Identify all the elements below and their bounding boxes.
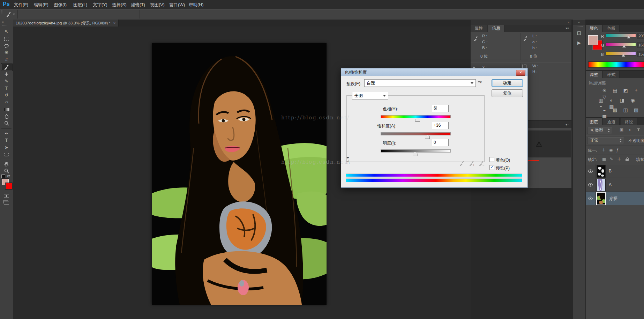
tab-color[interactable]: 颜色 xyxy=(586,25,602,32)
tool-clone-stamp[interactable]: ⊤ xyxy=(1,85,12,92)
menu-view[interactable]: 视图(V) xyxy=(150,2,165,8)
layer-name[interactable]: B xyxy=(609,169,612,173)
unify-position-icon[interactable]: ✛ xyxy=(602,148,606,153)
tool-type[interactable]: T xyxy=(1,138,12,144)
tool-path-selection[interactable]: ➤ xyxy=(1,144,12,151)
clone-source-panel-icon[interactable]: ⊡ xyxy=(575,29,583,37)
menu-layer[interactable]: 图层(L) xyxy=(73,2,87,8)
color-balance-icon[interactable]: ◐ xyxy=(607,97,615,104)
saturation-input[interactable]: +36 xyxy=(432,122,449,129)
hue-slider-track[interactable] xyxy=(381,115,451,118)
g-slider-thumb[interactable] xyxy=(622,45,626,47)
preview-checkbox[interactable]: ✓ xyxy=(489,165,494,170)
tool-pen[interactable]: ✒ xyxy=(1,131,12,137)
tab-swatches[interactable]: 色板 xyxy=(603,25,620,32)
layer-name[interactable]: 背景 xyxy=(609,196,617,202)
g-slider-track[interactable] xyxy=(606,43,636,46)
layer-row-background[interactable]: 背景 xyxy=(586,192,644,205)
lock-position-icon[interactable]: ✛ xyxy=(617,157,621,162)
filter-pixel-layers-icon[interactable]: ▣ xyxy=(620,127,623,132)
lightness-input[interactable]: 0 xyxy=(432,139,449,146)
eyedropper-sample-icon[interactable] xyxy=(459,160,465,166)
tool-eraser[interactable]: ▱ xyxy=(1,99,12,106)
tab-adjustments[interactable]: 调整 xyxy=(586,71,602,78)
menu-image[interactable]: 图像(I) xyxy=(54,2,67,8)
tool-eyedropper[interactable] xyxy=(1,63,13,71)
eyedropper-icon[interactable] xyxy=(523,36,529,42)
eye-cell[interactable] xyxy=(586,192,596,205)
tool-move[interactable]: ↖ xyxy=(1,29,12,35)
colorize-checkbox[interactable] xyxy=(489,157,494,162)
brightness-contrast-icon[interactable]: ☀ xyxy=(600,87,608,94)
black-white-icon[interactable]: ◨ xyxy=(618,97,626,104)
tab-info[interactable]: 信息 xyxy=(488,25,504,32)
screen-mode-button[interactable] xyxy=(1,200,12,206)
eyedropper-subtract-icon[interactable]: − xyxy=(479,160,486,166)
channel-dropdown[interactable]: 全图 xyxy=(352,92,388,99)
r-slider-thumb[interactable] xyxy=(627,36,630,38)
tool-lasso[interactable] xyxy=(1,43,12,49)
b-slider-track[interactable] xyxy=(606,52,636,55)
layer-thumbnail-selected[interactable] xyxy=(597,192,606,205)
lock-all-icon[interactable] xyxy=(626,157,629,161)
tool-preset-chevron-icon[interactable] xyxy=(13,14,15,15)
unify-visibility-icon[interactable]: ◉ xyxy=(609,148,613,153)
hue-saturation-icon[interactable]: ▥ xyxy=(597,97,605,104)
tool-crop[interactable]: # xyxy=(1,57,12,63)
actions-panel-icon[interactable]: ▶ xyxy=(575,39,583,47)
background-color-swatch[interactable] xyxy=(6,183,12,189)
document-image[interactable] xyxy=(152,43,327,305)
tool-history-brush[interactable]: ↺ xyxy=(1,92,12,99)
exposure-icon[interactable]: ± xyxy=(632,87,640,94)
dialog-close-button[interactable]: ✕ xyxy=(516,70,525,76)
dock-collapse-icon[interactable]: » xyxy=(568,20,569,24)
toolbar-collapse-icon[interactable]: » xyxy=(2,20,4,24)
document-tab[interactable]: 102037oefiiofpzikjl4h4.jpg @ 33.3% (背景, … xyxy=(13,20,119,27)
tool-options-eyedropper-icon[interactable] xyxy=(6,11,12,18)
menu-file[interactable]: 文件(F) xyxy=(14,2,28,8)
tool-dodge[interactable] xyxy=(1,120,12,127)
lock-transparency-icon[interactable]: ▦ xyxy=(602,157,606,162)
default-colors-icon[interactable] xyxy=(1,175,5,178)
layer-thumbnail[interactable] xyxy=(597,179,606,191)
tool-magic-wand[interactable]: ✳ xyxy=(1,50,12,56)
color-spectrum-ramp[interactable] xyxy=(588,61,644,68)
panel-menu-icon[interactable]: ▼≡ xyxy=(565,27,569,30)
menu-edit[interactable]: 编辑(E) xyxy=(34,2,48,8)
tool-shape[interactable] xyxy=(1,151,12,158)
menu-select[interactable]: 选择(S) xyxy=(112,2,127,8)
menu-type[interactable]: 文字(Y) xyxy=(93,2,107,8)
hue-input[interactable]: 6 xyxy=(432,105,449,112)
preset-options-icon[interactable]: ≡▾ xyxy=(478,80,481,84)
tool-gradient[interactable] xyxy=(1,106,12,113)
tab-styles[interactable]: 样式 xyxy=(603,71,620,78)
eyedropper-add-icon[interactable]: + xyxy=(469,160,476,166)
gradient-map-icon[interactable]: ▧ xyxy=(632,107,640,113)
menu-filter[interactable]: 滤镜(T) xyxy=(131,2,145,8)
eyedropper-icon[interactable] xyxy=(473,36,479,42)
quick-mask-button[interactable] xyxy=(1,193,12,199)
blend-mode-dropdown[interactable]: 正常 xyxy=(587,137,624,144)
posterize-icon[interactable]: ▨ xyxy=(611,107,619,113)
tab-paths[interactable]: 路径 xyxy=(621,118,637,125)
tool-zoom[interactable] xyxy=(1,168,12,174)
tab-channels[interactable]: 通道 xyxy=(603,118,620,125)
filter-type-layers-icon[interactable]: T xyxy=(637,127,640,133)
layer-name[interactable]: A xyxy=(609,182,612,187)
layer-thumbnail[interactable] xyxy=(597,165,606,178)
b-value[interactable]: 157 xyxy=(637,51,644,57)
threshold-icon[interactable]: ◫ xyxy=(622,107,630,113)
g-value[interactable]: 166 xyxy=(637,42,644,48)
eye-cell[interactable] xyxy=(586,164,596,178)
tool-rectangular-marquee[interactable] xyxy=(1,36,12,42)
reset-button[interactable]: 复位 xyxy=(492,89,523,97)
tool-spot-healing-brush[interactable]: ✚ xyxy=(1,71,12,78)
preset-dropdown[interactable]: 自定 xyxy=(364,79,476,87)
lightness-slider-track[interactable] xyxy=(381,149,451,153)
layer-filter-dropdown[interactable]: 🔍︎类型 xyxy=(587,127,612,134)
tab-close-icon[interactable]: × xyxy=(113,21,115,25)
r-value[interactable]: 209 xyxy=(637,33,644,39)
photo-filter-icon[interactable]: ◉ xyxy=(629,97,637,104)
swap-colors-icon[interactable]: ⇄ xyxy=(7,174,10,178)
ok-button[interactable]: 确定 xyxy=(492,79,523,87)
